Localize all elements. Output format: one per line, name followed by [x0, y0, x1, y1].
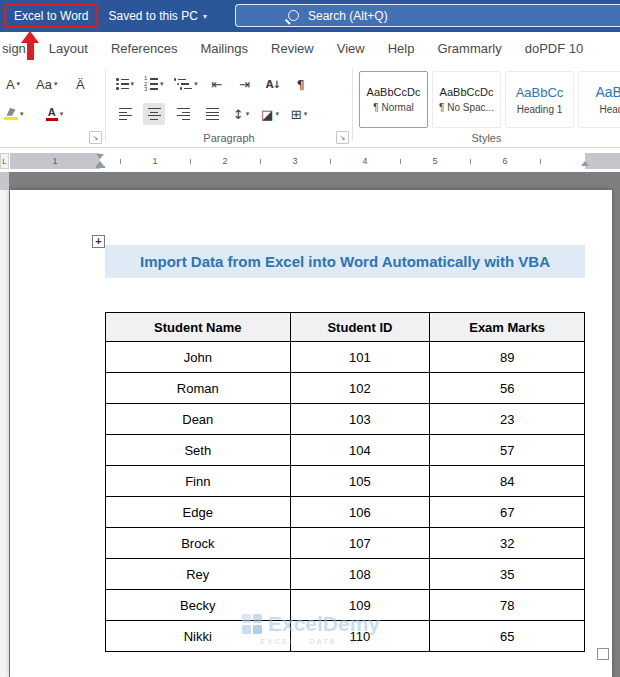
table-row: Becky10978 — [106, 590, 585, 621]
style-heading-1[interactable]: AaBbCc Heading 1 — [505, 71, 574, 128]
ribbon-tab-references[interactable]: References — [99, 41, 188, 56]
search-icon — [288, 10, 299, 21]
chevron-down-icon: ▾ — [304, 110, 308, 118]
table-row: Edge10667 — [106, 497, 585, 528]
table-cell[interactable]: 65 — [430, 621, 585, 652]
ribbon-tab-view[interactable]: View — [325, 41, 376, 56]
search-box[interactable]: Search (Alt+Q) — [235, 4, 620, 27]
table-cell[interactable]: 56 — [430, 373, 585, 404]
ribbon-tab-help[interactable]: Help — [376, 41, 426, 56]
font-color-icon[interactable]: A ▾ — [44, 103, 66, 125]
increase-indent-icon[interactable]: ⇥ — [234, 73, 256, 95]
first-line-indent-marker[interactable] — [96, 154, 104, 159]
ribbon-tab-dopdf-10[interactable]: doPDF 10 — [513, 41, 595, 56]
table-cell[interactable]: Nikki — [106, 621, 291, 652]
table-header-cell[interactable]: Student ID — [290, 313, 430, 342]
style-normal[interactable]: AaBbCcDc ¶ Normal — [359, 71, 428, 128]
table-cell[interactable]: Brock — [106, 528, 291, 559]
table-cell[interactable]: Becky — [106, 590, 291, 621]
chevron-down-icon: ▾ — [60, 110, 64, 118]
hanging-indent-marker[interactable] — [96, 161, 104, 166]
table-cell[interactable]: 89 — [430, 342, 585, 373]
paragraph-marks-icon[interactable]: ¶ — [290, 73, 312, 95]
table-cell[interactable]: 102 — [290, 373, 430, 404]
horizontal-ruler: 1123456 — [10, 153, 612, 169]
ruler-tick — [260, 159, 261, 164]
table-cell[interactable]: 35 — [430, 559, 585, 590]
ruler-tick — [330, 159, 331, 164]
ruler-mark: 1 — [152, 156, 157, 166]
ribbon-tab-layout[interactable]: Layout — [37, 41, 99, 56]
table-cell[interactable]: 109 — [290, 590, 430, 621]
multilevel-list-icon[interactable]: ▾ — [172, 73, 200, 95]
line-spacing-icon[interactable]: ↕ ▾ — [230, 103, 252, 125]
table-row: Nikki11065 — [106, 621, 585, 652]
shrink-font-icon[interactable]: A▾ — [2, 73, 24, 95]
table-cell[interactable]: 110 — [290, 621, 430, 652]
ruler-tick — [120, 159, 121, 164]
right-indent-marker[interactable] — [581, 161, 589, 166]
ruler-right-corner — [612, 153, 620, 169]
ribbon-tab-grammarly[interactable]: Grammarly — [426, 41, 513, 56]
document-area: + Import Data from Excel into Word Autom… — [0, 172, 620, 677]
chevron-down-icon: ▾ — [54, 80, 58, 88]
table-cell[interactable]: 57 — [430, 435, 585, 466]
decrease-indent-icon[interactable]: ⇤ — [206, 73, 228, 95]
font-dialog-launcher-icon[interactable]: ↘ — [89, 131, 102, 144]
bullets-icon[interactable]: ▾ — [114, 73, 136, 95]
table-row: Finn10584 — [106, 466, 585, 497]
shading-icon[interactable]: ◪ ▾ — [259, 103, 281, 125]
align-center-icon[interactable] — [143, 103, 165, 125]
align-left-icon[interactable] — [114, 103, 136, 125]
styles-gallery: AaBbCcDc ¶ Normal AaBbCcDc ¶ No Spac... … — [359, 71, 620, 128]
search-placeholder: Search (Alt+Q) — [308, 9, 388, 23]
table-cell[interactable]: Edge — [106, 497, 291, 528]
ribbon-tab-mailings[interactable]: Mailings — [189, 41, 260, 56]
save-status-dropdown[interactable]: Saved to this PC ▾ — [108, 9, 206, 23]
table-cell[interactable]: 78 — [430, 590, 585, 621]
table-cell[interactable]: Seth — [106, 435, 291, 466]
document-page[interactable]: + Import Data from Excel into Word Autom… — [10, 190, 612, 677]
style-heading-2[interactable]: AaBb Headi — [578, 71, 620, 128]
save-status-label: Saved to this PC — [108, 9, 197, 23]
table-header-cell[interactable]: Exam Marks — [430, 313, 585, 342]
ruler-tick — [190, 159, 191, 164]
ruler-mark: 1 — [52, 156, 57, 166]
table-move-handle-icon[interactable]: + — [92, 235, 105, 248]
table-cell[interactable]: 103 — [290, 404, 430, 435]
table-cell[interactable]: 104 — [290, 435, 430, 466]
table-cell[interactable]: Dean — [106, 404, 291, 435]
table-cell[interactable]: John — [106, 342, 291, 373]
table-cell[interactable]: 108 — [290, 559, 430, 590]
numbering-icon[interactable]: 1 2 3 ▾ — [142, 73, 166, 95]
table-cell[interactable]: Roman — [106, 373, 291, 404]
borders-icon[interactable]: ⊞ ▾ — [288, 103, 310, 125]
table-header-cell[interactable]: Student Name — [106, 313, 291, 342]
table-cell[interactable]: 32 — [430, 528, 585, 559]
sort-icon[interactable]: A↓ — [262, 73, 284, 95]
table-cell[interactable]: 23 — [430, 404, 585, 435]
left-indent-marker[interactable] — [96, 166, 105, 169]
table-cell[interactable]: 67 — [430, 497, 585, 528]
style-no-spacing[interactable]: AaBbCcDc ¶ No Spac... — [432, 71, 501, 128]
justify-icon[interactable] — [201, 103, 223, 125]
change-case-icon[interactable]: Aa▾ — [34, 73, 59, 95]
table-row: John10189 — [106, 342, 585, 373]
ruler-mark: 2 — [222, 156, 227, 166]
phonetic-guide-icon[interactable]: Ä — [69, 73, 91, 95]
text-highlight-color-icon[interactable]: ▾ — [2, 103, 26, 125]
tab-selector[interactable]: L — [0, 153, 9, 169]
align-right-icon[interactable] — [172, 103, 194, 125]
ribbon-tab-review[interactable]: Review — [260, 41, 326, 56]
document-heading[interactable]: Import Data from Excel into Word Automat… — [105, 245, 585, 278]
ruler-mark: 3 — [292, 156, 297, 166]
table-cell[interactable]: 105 — [290, 466, 430, 497]
table-cell[interactable]: 107 — [290, 528, 430, 559]
table-cell[interactable]: 106 — [290, 497, 430, 528]
table-cell[interactable]: Rey — [106, 559, 291, 590]
table-cell[interactable]: 101 — [290, 342, 430, 373]
table-cell[interactable]: 84 — [430, 466, 585, 497]
table-cell[interactable]: Finn — [106, 466, 291, 497]
ribbon-tab-sign[interactable]: sign — [0, 41, 37, 56]
paragraph-dialog-launcher-icon[interactable]: ↘ — [336, 131, 349, 144]
